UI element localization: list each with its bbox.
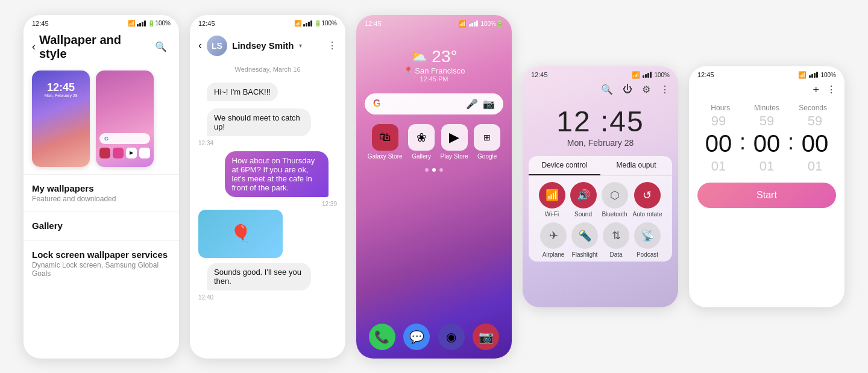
wifi-toggle-label: Wi-Fi: [545, 211, 559, 218]
weather-time: 12:45 PM: [420, 75, 448, 83]
more-control-icon[interactable]: ⋮: [660, 84, 670, 95]
dock-messages[interactable]: 💬: [403, 324, 430, 350]
signal-icon-1: [137, 20, 146, 27]
msg-4-wrapper: Sounds good. I'll see you then.: [198, 260, 337, 293]
menu-item-gallery[interactable]: Gallery: [24, 212, 179, 240]
sound-toggle-btn[interactable]: 🔊: [570, 182, 597, 208]
podcast-toggle-label: Podcast: [637, 251, 658, 258]
menu-item-lock-services[interactable]: Lock screen wallpaper services Dynamic L…: [24, 240, 179, 286]
battery-icon-5: 100%: [820, 72, 836, 78]
status-icons-3: 📶 100%🔋: [458, 20, 503, 28]
flashlight-toggle-btn[interactable]: 🔦: [571, 222, 598, 249]
back-button-1[interactable]: ‹: [32, 40, 36, 53]
menu-item-my-wallpapers[interactable]: My wallpapers Featured and downloaded: [24, 174, 179, 212]
signal-icon-5: [809, 72, 818, 78]
minutes-col[interactable]: 59 00 01: [746, 113, 788, 174]
toggle-autorotate[interactable]: ↺ Auto rotate: [633, 182, 662, 218]
hours-label: Hours: [697, 104, 744, 112]
more-options-icon[interactable]: ⋮: [327, 40, 337, 51]
status-icons-4: 📶 100%: [632, 71, 670, 79]
hours-bottom: 01: [711, 158, 726, 174]
more-timer-icon[interactable]: ⋮: [826, 84, 836, 96]
msg-1-wrapper: Hi~! I'm BACK!!!: [198, 80, 337, 104]
seconds-bottom: 01: [808, 158, 822, 174]
minutes-top: 59: [760, 113, 774, 129]
podcast-toggle-btn[interactable]: 📡: [634, 222, 661, 249]
toggle-podcast[interactable]: 📡 Podcast: [634, 222, 661, 258]
airplane-toggle-btn[interactable]: ✈: [540, 222, 567, 249]
power-control-icon[interactable]: ⏻: [623, 84, 632, 95]
data-toggle-btn[interactable]: ⇅: [603, 222, 629, 249]
status-icons-1: 📶 🔋100%: [128, 20, 171, 27]
hours-col[interactable]: 99 00 01: [697, 113, 740, 174]
home-screen: 12:45 📶 100%🔋 ⛅ 23° 📍 San Francisco: [356, 15, 512, 359]
app-google[interactable]: ⊞ Google: [474, 124, 500, 160]
settings-control-icon[interactable]: ⚙: [642, 84, 650, 95]
menu-sub-my-wallpapers: Featured and downloaded: [32, 195, 171, 203]
dock-assistant[interactable]: ◉: [438, 324, 465, 350]
tab-media-output[interactable]: Media ouput: [600, 156, 672, 175]
wifi-icon-4: 📶: [632, 71, 640, 79]
toggle-airplane[interactable]: ✈ Airplane: [540, 222, 567, 258]
toggle-wifi[interactable]: 📶 Wi-Fi: [539, 182, 565, 218]
phone-icon: 📞: [369, 324, 395, 350]
add-timer-icon[interactable]: +: [813, 84, 819, 96]
autorotate-toggle-btn[interactable]: ↺: [634, 182, 661, 208]
msg-1-text: Hi~! I'm BACK!!!: [214, 87, 271, 96]
menu-title-my-wallpapers: My wallpapers: [32, 183, 171, 193]
toggle-bluetooth[interactable]: ⬡ Bluetooth: [602, 182, 628, 218]
wallpaper-previews: 12:45 Mon, February 28 G ▶: [24, 67, 179, 174]
wifi-toggle-btn[interactable]: 📶: [539, 182, 565, 208]
flashlight-toggle-label: Flashlight: [572, 251, 598, 258]
seconds-col[interactable]: 59 00 01: [794, 113, 836, 174]
gallery-label: Gallery: [412, 153, 431, 160]
msg-3-wrapper: How about on Thursday at 6PM? If you are…: [198, 149, 337, 199]
app-galaxy-store[interactable]: 🛍 Galaxy Store: [368, 124, 403, 160]
dock-phone[interactable]: 📞: [369, 324, 395, 350]
microphone-icon[interactable]: 🎤: [466, 98, 478, 110]
start-button[interactable]: Start: [697, 183, 836, 208]
chevron-down-icon: ▾: [299, 42, 302, 49]
hours-top: 99: [711, 113, 726, 129]
contact-info[interactable]: ‹ LS Lindsey Smith ▾: [198, 36, 302, 56]
lock-screen-preview[interactable]: 12:45 Mon, February 28: [32, 71, 90, 167]
status-bar-4: 12:45 📶 100%: [523, 66, 678, 81]
search-control-icon[interactable]: 🔍: [601, 84, 613, 95]
play-store-icon: ▶: [441, 124, 468, 151]
messages-screen: 12:45 📶 🔋100% ‹ LS Lindsey Smith ▾ ⋮ Wed…: [190, 15, 345, 359]
back-button-2[interactable]: ‹: [198, 39, 202, 52]
tab-device-control[interactable]: Device control: [529, 156, 600, 175]
msg-1-bubble: Hi~! I'm BACK!!!: [207, 83, 278, 101]
home-screen-preview[interactable]: G ▶: [96, 71, 154, 167]
hours-main: 00: [705, 130, 732, 157]
wallpaper-header: ‹ Wallpaper and style 🔍: [24, 30, 179, 67]
app-gallery[interactable]: ❀ Gallery: [408, 124, 435, 160]
google-logo: G: [373, 98, 380, 109]
msg-4-time: 12:40: [198, 294, 345, 301]
status-time-4: 12:45: [531, 71, 548, 78]
app-play-store[interactable]: ▶ Play Store: [441, 124, 468, 160]
weather-row: ⛅ 23°: [410, 47, 457, 66]
search-bar[interactable]: G 🎤 📷: [365, 93, 503, 114]
message-header: ‹ LS Lindsey Smith ▾ ⋮: [190, 30, 345, 61]
timer-screen: 12:45 📶 100% + ⋮ Hours Minutes Seconds 9…: [689, 66, 844, 307]
wifi-icon-5: 📶: [798, 71, 807, 79]
dot-3: [439, 168, 443, 172]
page-title-1: Wallpaper and style: [39, 33, 151, 61]
signal-icon-4: [643, 72, 652, 78]
colon-1: :: [740, 130, 746, 155]
lock-screen: 12:45 📶 100% 🔍 ⏻ ⚙ ⋮ 12 :45 Mon, Februar…: [523, 66, 678, 307]
toggle-data[interactable]: ⇅ Data: [603, 222, 629, 258]
data-toggle-label: Data: [609, 251, 622, 258]
msg-2-text: We should meet to catch up!: [214, 113, 300, 131]
app-row: 🛍 Galaxy Store ❀ Gallery ▶ Play Store ⊞ …: [356, 119, 512, 165]
bluetooth-toggle-btn[interactable]: ⬡: [602, 182, 628, 208]
dock-camera[interactable]: 📷: [473, 324, 499, 350]
search-button-1[interactable]: 🔍: [151, 37, 171, 57]
lens-icon[interactable]: 📷: [483, 98, 495, 110]
sound-toggle-label: Sound: [574, 211, 592, 218]
toggle-flashlight[interactable]: 🔦 Flashlight: [571, 222, 598, 258]
toggle-sound[interactable]: 🔊 Sound: [570, 182, 597, 218]
preview-lock-time: 12:45: [32, 81, 90, 94]
status-time-3: 12:45: [365, 20, 382, 27]
